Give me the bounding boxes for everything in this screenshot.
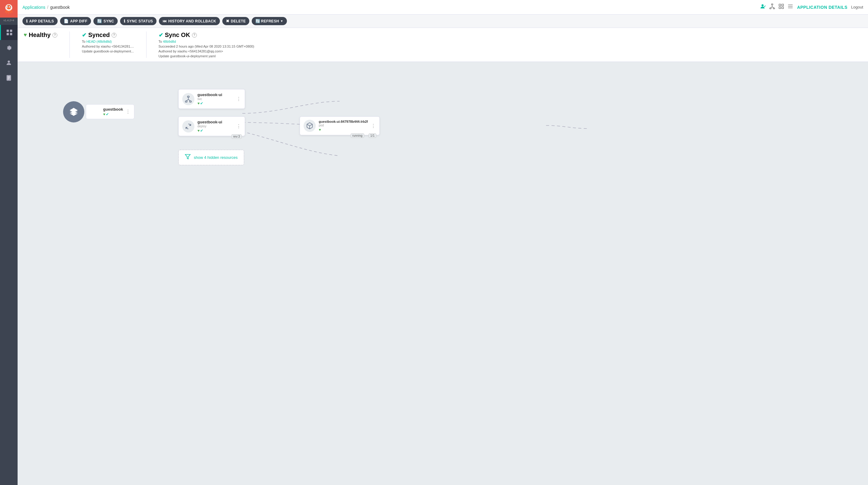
- svg-rect-8: [10, 30, 12, 32]
- pod-node-info: guestbook-ui-847978b444-lrb2f pod ♥: [319, 120, 368, 132]
- graph-arrows: [18, 62, 868, 207]
- pod-badge-running: running: [350, 133, 364, 138]
- refresh-icon: 🔄: [255, 19, 260, 23]
- pod-badge-ratio: 1/1: [369, 133, 376, 138]
- deploy-node: guestbook-ui deploy ♥ ✔ ⋮ rev:3: [178, 117, 245, 136]
- sync-ok-title: ✔ Sync OK ?: [159, 32, 254, 38]
- svg-line-21: [772, 7, 774, 8]
- svg-rect-22: [779, 4, 781, 6]
- svg-rect-9: [10, 33, 12, 35]
- sync-button[interactable]: 🔄 SYNC: [93, 17, 118, 25]
- health-help-icon[interactable]: ?: [53, 33, 57, 38]
- svg-rect-32: [190, 101, 191, 102]
- pod-node: guestbook-ui-847978b444-lrb2f pod ♥ ⋮ ru…: [300, 117, 380, 135]
- svg-line-35: [188, 99, 190, 101]
- diff-icon: 📄: [64, 19, 68, 23]
- sync-label: Synced: [88, 32, 110, 38]
- app-diff-button[interactable]: 📄 APP DIFF: [60, 17, 91, 25]
- sidebar: v1.4.2+4: [0, 0, 18, 485]
- pod-node-menu[interactable]: ⋮: [371, 123, 376, 129]
- main-content: Applications / guestbook: [18, 0, 868, 485]
- svg-rect-7: [6, 33, 8, 35]
- sync-status-block: ✔ Synced ? To HEAD (48b9d8d) Authored by…: [82, 32, 134, 53]
- sync-status-button[interactable]: ℹ SYNC STATUS: [120, 17, 157, 25]
- sync-to-label: To HEAD (48b9d8d): [82, 40, 134, 43]
- deploy-node-menu[interactable]: ⋮: [236, 123, 241, 129]
- sidebar-item-docs[interactable]: [0, 70, 18, 86]
- list-icon[interactable]: [787, 3, 794, 11]
- breadcrumb-parent[interactable]: Applications: [23, 5, 45, 10]
- pod-node-name: guestbook-ui-847978b444-lrb2f: [319, 120, 368, 123]
- toolbar: ℹ APP DETAILS 📄 APP DIFF 🔄 SYNC ℹ SYNC S…: [18, 14, 868, 28]
- svc-node-icon: [182, 93, 194, 105]
- sidebar-item-user[interactable]: [0, 55, 18, 70]
- app-logo: [0, 0, 18, 18]
- app-details-button[interactable]: ℹ APP DETAILS: [23, 17, 58, 25]
- hidden-resources-label: show 4 hidden resources: [194, 155, 238, 160]
- history-rollback-button[interactable]: ⏮ HISTORY AND ROLLBACK: [159, 17, 220, 25]
- source-node-menu[interactable]: ⋮: [126, 109, 130, 115]
- deploy-node-type: deploy: [197, 125, 233, 128]
- svg-rect-30: [187, 96, 189, 97]
- svc-node-status: ♥ ✔: [197, 101, 233, 105]
- sync-status-icon: ℹ: [124, 19, 125, 23]
- source-node-icon: [63, 101, 84, 123]
- svc-node: guestbook-ui svc ♥ ✔ ⋮: [178, 89, 245, 109]
- heart-icon: ♥: [24, 32, 27, 38]
- svg-point-10: [8, 61, 10, 63]
- svg-rect-17: [770, 8, 771, 9]
- sync-ok-check-icon: ✔: [159, 32, 163, 38]
- user-check-icon[interactable]: [760, 3, 766, 11]
- svc-heart-icon: ♥: [197, 101, 199, 105]
- refresh-dropdown-arrow: ▼: [280, 20, 283, 23]
- svg-rect-18: [773, 8, 775, 9]
- deploy-node-info: guestbook-ui deploy ♥ ✔: [197, 120, 233, 133]
- health-status-block: ♥ Healthy ?: [24, 32, 57, 38]
- svg-point-4: [8, 6, 8, 7]
- refresh-button[interactable]: 🔄 REFRESH ▼: [252, 17, 287, 25]
- svc-node-menu[interactable]: ⋮: [236, 96, 241, 102]
- deploy-node-badge: rev:3: [231, 134, 242, 139]
- filter-icon: [185, 154, 191, 161]
- pod-heart-icon: ♥: [319, 128, 321, 132]
- history-icon: ⏮: [162, 19, 166, 23]
- version-label: v1.4.2+4: [4, 19, 14, 22]
- source-node-info: guestbook ♥ ✔: [103, 107, 123, 117]
- deploy-node-icon: [182, 120, 194, 132]
- logout-button[interactable]: Logout: [851, 5, 863, 9]
- graph-area: guestbook ♥ ✔ ⋮: [18, 62, 868, 485]
- sync-help-icon[interactable]: ?: [112, 33, 117, 38]
- breadcrumb: Applications / guestbook: [23, 5, 70, 10]
- health-label: Healthy: [29, 32, 51, 38]
- sidebar-item-settings[interactable]: [0, 40, 18, 55]
- topbar-right: APPLICATION DETAILS Logout: [760, 3, 863, 11]
- sync-ok-help-icon[interactable]: ?: [192, 33, 197, 38]
- svg-rect-16: [772, 4, 773, 5]
- delete-button[interactable]: ✖ DELETE: [222, 17, 249, 25]
- topbar: Applications / guestbook: [18, 0, 868, 14]
- sidebar-item-apps[interactable]: [0, 25, 18, 40]
- grid-icon[interactable]: [778, 3, 784, 11]
- topbar-icons: [760, 3, 794, 11]
- network-icon[interactable]: [769, 3, 775, 11]
- svc-check-icon: ✔: [200, 101, 203, 105]
- info-icon: ℹ: [26, 19, 28, 23]
- pod-node-status: ♥: [319, 128, 368, 132]
- sync-commit-link[interactable]: HEAD (48b9d8d): [87, 40, 112, 43]
- hidden-resources-node[interactable]: show 4 hidden resources: [178, 150, 244, 165]
- pod-node-icon: [304, 120, 316, 132]
- svg-line-34: [186, 99, 188, 101]
- svg-rect-23: [782, 4, 784, 6]
- sync-status-title: ✔ Synced ?: [82, 32, 134, 38]
- svg-marker-36: [185, 155, 190, 159]
- pod-node-type: pod: [319, 124, 368, 127]
- source-node-name: guestbook: [103, 107, 123, 111]
- graph-canvas: guestbook ♥ ✔ ⋮: [18, 62, 868, 207]
- delete-icon: ✖: [226, 19, 229, 23]
- svg-point-5: [10, 6, 11, 7]
- sync-ok-commit-link[interactable]: 48b9d8d: [163, 40, 176, 43]
- svg-line-20: [770, 7, 772, 8]
- source-heart-icon: ♥: [103, 112, 105, 117]
- sync-ok-message: Update guestbook-ui-deployment yaml: [159, 54, 254, 58]
- topbar-title: APPLICATION DETAILS: [797, 5, 847, 10]
